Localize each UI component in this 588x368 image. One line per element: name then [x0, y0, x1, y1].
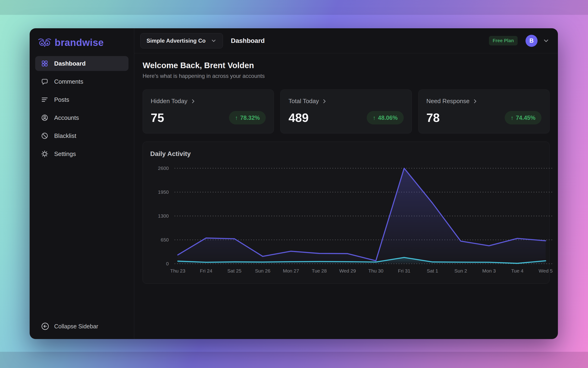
ban-icon	[41, 132, 48, 139]
x-tick-label: Fri 24	[200, 268, 212, 274]
app-window: brandwise Dashboard	[30, 28, 558, 339]
brand-logo: brandwise	[35, 35, 129, 56]
x-tick-label: Tue 4	[511, 268, 523, 274]
sidebar-item-label: Settings	[54, 150, 76, 157]
sidebar-item-label: Comments	[54, 78, 83, 85]
welcome-subtitle: Here's what is happening in across your …	[143, 73, 550, 79]
stat-label: Total Today	[289, 98, 319, 105]
up-arrow-icon: ↑	[235, 114, 238, 121]
workspace-selector[interactable]: Simple Advertising Co	[140, 33, 223, 48]
main-area: Simple Advertising Co Dashboard Free Pla…	[134, 28, 558, 339]
sidebar-item-label: Dashboard	[54, 60, 86, 67]
stat-delta-value: 74.45%	[516, 114, 535, 121]
top-bar: Simple Advertising Co Dashboard Free Pla…	[134, 28, 558, 53]
up-arrow-icon: ↑	[511, 114, 514, 121]
x-tick-label: Wed 29	[339, 268, 356, 274]
stat-label: Hidden Today	[151, 98, 187, 105]
stat-delta-badge: ↑ 74.45%	[505, 111, 542, 124]
stat-card-hidden-today: Hidden Today 75 ↑ 78.32%	[143, 90, 274, 133]
collapse-arrow-icon	[41, 322, 49, 330]
welcome-title: Welcome Back, Brent Volden	[143, 61, 550, 70]
x-tick-label: Fri 31	[398, 268, 411, 274]
speech-bubble-icon	[41, 78, 48, 85]
y-tick-label: 650	[149, 237, 169, 243]
daily-activity-card: Daily Activity	[143, 142, 550, 284]
grid-icon	[41, 60, 48, 67]
desktop-background: brandwise Dashboard	[0, 0, 588, 368]
x-tick-label: Sun 26	[255, 268, 270, 274]
sidebar-item-comments[interactable]: Comments	[35, 74, 129, 89]
background-bottom-band	[0, 352, 588, 368]
y-tick-label: 0	[149, 261, 169, 267]
avatar[interactable]: B	[526, 35, 537, 47]
up-arrow-icon: ↑	[373, 114, 376, 121]
user-circle-icon	[41, 114, 48, 121]
stat-card-link[interactable]: Need Response	[426, 98, 542, 105]
collapse-sidebar-button[interactable]: Collapse Sidebar	[35, 322, 104, 330]
x-tick-label: Thu 30	[368, 268, 383, 274]
collapse-sidebar-label: Collapse Sidebar	[54, 323, 98, 330]
plan-badge: Free Plan	[489, 36, 518, 46]
sidebar-item-accounts[interactable]: Accounts	[35, 110, 129, 125]
chevron-right-icon	[190, 99, 196, 104]
stat-card-link[interactable]: Hidden Today	[151, 98, 266, 105]
sidebar-item-label: Accounts	[54, 114, 79, 121]
x-tick-label: Sat 1	[427, 268, 438, 274]
sidebar: brandwise Dashboard	[30, 28, 134, 339]
chevron-down-icon	[211, 38, 217, 44]
x-tick-label: Tue 28	[312, 268, 327, 274]
daily-activity-chart	[175, 165, 554, 268]
lines-icon	[41, 96, 48, 103]
stat-delta-badge: ↑ 48.06%	[367, 111, 404, 124]
chart-title: Daily Activity	[150, 150, 191, 157]
sidebar-nav: Dashboard Comments	[35, 56, 129, 161]
stat-delta-value: 48.06%	[378, 114, 398, 121]
x-tick-label: Thu 23	[170, 268, 185, 274]
user-menu-chevron-icon[interactable]	[543, 37, 550, 44]
x-tick-label: Sat 25	[227, 268, 241, 274]
sidebar-item-settings[interactable]: Settings	[35, 147, 129, 161]
stat-delta-badge: ↑ 78.32%	[229, 111, 266, 124]
sidebar-item-posts[interactable]: Posts	[35, 92, 129, 107]
chevron-right-icon	[472, 99, 478, 104]
sidebar-item-label: Blacklist	[54, 132, 76, 139]
page-title: Dashboard	[231, 37, 265, 45]
sidebar-item-blacklist[interactable]: Blacklist	[35, 128, 129, 143]
y-tick-label: 1950	[149, 189, 169, 195]
x-tick-label: Mon 27	[283, 268, 299, 274]
y-tick-label: 2600	[149, 166, 169, 171]
stat-label: Need Response	[426, 98, 469, 105]
owl-logo-icon	[38, 38, 51, 47]
stat-delta-value: 78.32%	[240, 114, 260, 121]
sidebar-item-label: Posts	[54, 96, 69, 103]
stat-card-need-response: Need Response 78 ↑ 74.45%	[418, 90, 550, 133]
chevron-right-icon	[322, 99, 327, 104]
stat-card-total-today: Total Today 489 ↑ 48.06%	[280, 90, 412, 133]
y-tick-label: 1300	[149, 213, 169, 219]
stat-cards-row: Hidden Today 75 ↑ 78.32%	[143, 90, 550, 133]
x-tick-label: Mon 3	[482, 268, 496, 274]
background-top-band	[0, 0, 588, 15]
sidebar-item-dashboard[interactable]: Dashboard	[35, 56, 129, 71]
x-tick-label: Sun 2	[454, 268, 467, 274]
brand-name: brandwise	[55, 37, 104, 48]
stat-card-link[interactable]: Total Today	[289, 98, 404, 105]
gear-icon	[41, 150, 48, 157]
x-tick-label: Wed 5	[539, 268, 553, 274]
workspace-name: Simple Advertising Co	[147, 37, 206, 44]
dashboard-content: Welcome Back, Brent Volden Here's what i…	[134, 53, 558, 339]
